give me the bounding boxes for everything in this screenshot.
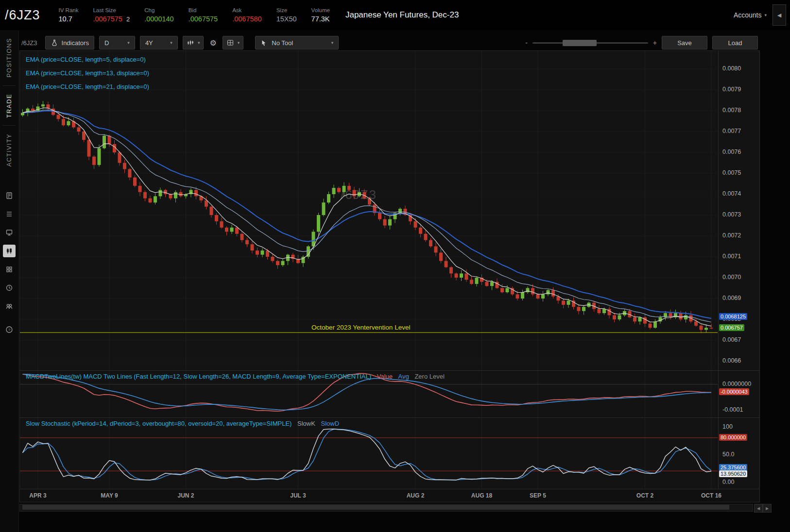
price-bubble: 0.0068125	[719, 313, 747, 320]
time-axis[interactable]: APR 3MAY 9JUN 2JUL 3AUG 2AUG 18SEP 5OCT …	[20, 489, 759, 502]
macd-pane: 0.0000000-0.0000043-0.0001 MACDTwoLines(…	[20, 371, 759, 418]
community-icon[interactable]	[3, 300, 16, 313]
stat-value: 10.7	[59, 15, 79, 23]
macd-axis-label: -0.0001	[722, 406, 743, 413]
time-axis-label: AUG 2	[407, 492, 425, 499]
grid-icon[interactable]	[3, 263, 16, 276]
chevron-down-icon: ▾	[170, 40, 172, 45]
macd-axis[interactable]: 0.0000000-0.0000043-0.0001	[718, 371, 759, 417]
price-axis-label: 0.0075	[722, 169, 741, 176]
calculator-icon[interactable]	[3, 189, 16, 202]
monitor-icon[interactable]	[3, 226, 16, 239]
indicators-label: Indicators	[62, 39, 89, 47]
zoom-out-button[interactable]: -	[525, 39, 528, 47]
price-axis-label: 0.0079	[722, 86, 741, 93]
chart-icon[interactable]	[3, 245, 16, 257]
sidebar-icon-rail: ?	[3, 189, 16, 336]
symbol-input[interactable]: /6JZ3	[19, 39, 40, 47]
layout-dropdown[interactable]: ▾	[223, 36, 244, 50]
chart-shell: /6JZ3October 2023 Yentervention Level 0.…	[19, 50, 760, 502]
collapse-panel-button[interactable]: ◀	[773, 4, 786, 26]
drawing-tool-label: No Tool	[272, 39, 293, 47]
header-stat-last-size: Last Size.0067575 2	[93, 7, 130, 23]
header-stat-bid: Bid.0067575	[189, 7, 218, 23]
header-stat-size: Size15X50	[276, 7, 297, 23]
stochastic-bubble: 13.950620	[719, 470, 747, 477]
layout-grid-icon	[226, 39, 234, 47]
stat-value: 77.3K	[311, 15, 330, 23]
price-axis-label: 0.0080	[722, 65, 741, 72]
cursor-icon	[260, 39, 268, 47]
left-sidebar: POSITIONS TRADE ACTIVITY	[0, 30, 19, 532]
chart-style-dropdown[interactable]: ▾	[183, 36, 204, 50]
stochastic-chart-canvas[interactable]	[20, 418, 718, 489]
stochastic-axis-label: 50.0	[722, 451, 734, 458]
stat-value: .0000140	[144, 15, 173, 23]
price-axis[interactable]: 0.00800.00790.00780.00770.00760.00750.00…	[718, 51, 759, 370]
macd-chart-canvas[interactable]	[20, 371, 718, 417]
watchlist-icon[interactable]	[3, 208, 16, 220]
accounts-menu[interactable]: Accounts ▾	[734, 11, 767, 19]
price-axis-label: 0.0072	[722, 232, 741, 239]
macd-axis-label: 0.0000000	[722, 381, 751, 387]
stat-value: .0067580	[232, 15, 261, 23]
svg-text:October 2023 Yentervention Lev: October 2023 Yentervention Level	[311, 324, 410, 331]
range-dropdown[interactable]: 4Y ▾	[140, 36, 178, 50]
chevron-down-icon: ▾	[238, 40, 240, 45]
price-axis-label: 0.0073	[722, 211, 741, 218]
chevron-down-icon: ▾	[127, 40, 130, 45]
content-area: /6JZ3 Indicators D ▾ 4Y ▾ ▾ ⚙	[18, 30, 790, 532]
price-axis-label: 0.0069	[722, 295, 741, 301]
help-icon[interactable]: ?	[3, 323, 16, 336]
beaker-icon	[51, 39, 58, 47]
indicators-button[interactable]: Indicators	[45, 36, 94, 50]
zoom-slider-thumb[interactable]	[563, 40, 597, 46]
gear-icon[interactable]: ⚙	[208, 38, 217, 48]
stat-value: .0067575	[189, 15, 218, 23]
zoom-slider[interactable]	[532, 42, 648, 44]
price-axis-label: 0.0074	[722, 190, 741, 197]
price-axis-label: 0.0076	[722, 149, 741, 155]
horizontal-scrollbar[interactable]	[19, 504, 753, 512]
stochastic-axis[interactable]: 10050.00.0080.00000025.37560013.950620	[718, 418, 759, 489]
price-axis-label: 0.0071	[722, 253, 741, 260]
zoom-in-button[interactable]: +	[653, 39, 657, 47]
stat-label: Last Size	[93, 7, 130, 13]
history-icon[interactable]	[3, 282, 16, 294]
price-axis-label: 0.0066	[722, 357, 741, 364]
chevron-down-icon: ▾	[198, 40, 200, 45]
time-axis-label: APR 3	[29, 492, 46, 499]
price-chart-canvas[interactable]: /6JZ3October 2023 Yentervention Level	[20, 51, 718, 370]
drawing-tool-dropdown[interactable]: No Tool ▾	[255, 36, 339, 50]
app-window: /6JZ3 IV Rank10.7Last Size.0067575 2Chg.…	[0, 0, 790, 532]
header-stat-volume: Volume77.3K	[311, 7, 330, 23]
price-axis-label: 0.0078	[722, 107, 741, 114]
stat-value: .0067575 2	[93, 15, 130, 23]
stochastic-bubble: 80.000000	[719, 434, 747, 441]
time-axis-label: MAY 9	[101, 492, 118, 499]
stat-label: Chg	[144, 7, 173, 13]
stat-label: Bid	[189, 7, 218, 13]
sidebar-tab-activity[interactable]: ACTIVITY	[6, 126, 13, 174]
zoom-control: - +	[525, 39, 657, 47]
time-axis-label: JUL 3	[290, 492, 306, 499]
header: /6JZ3 IV Rank10.7Last Size.0067575 2Chg.…	[0, 0, 790, 30]
timeframe-dropdown[interactable]: D ▾	[99, 36, 135, 50]
scroll-left-icon[interactable]: ◀	[754, 504, 763, 513]
stochastic-axis-label: 0.00	[722, 479, 734, 485]
stat-value: 15X50	[276, 15, 297, 23]
time-axis-label: OCT 2	[636, 492, 653, 499]
chart-toolbar: /6JZ3 Indicators D ▾ 4Y ▾ ▾ ⚙	[19, 35, 758, 50]
sidebar-tab-positions[interactable]: POSITIONS	[6, 30, 13, 85]
load-button[interactable]: Load	[712, 36, 758, 50]
price-axis-label: 0.0070	[722, 274, 741, 281]
time-axis-label: AUG 18	[471, 492, 492, 499]
price-axis-label: 0.0077	[722, 128, 741, 134]
sidebar-tab-trade[interactable]: TRADE	[6, 86, 13, 126]
chevron-down-icon: ▾	[764, 13, 767, 17]
scrollbar-thumb[interactable]	[22, 505, 729, 510]
stochastic-axis-label: 100	[722, 423, 733, 430]
header-right: Accounts ▾ ◀	[734, 4, 786, 26]
save-button[interactable]: Save	[662, 36, 707, 50]
scroll-right-icon[interactable]: ▶	[763, 504, 772, 513]
